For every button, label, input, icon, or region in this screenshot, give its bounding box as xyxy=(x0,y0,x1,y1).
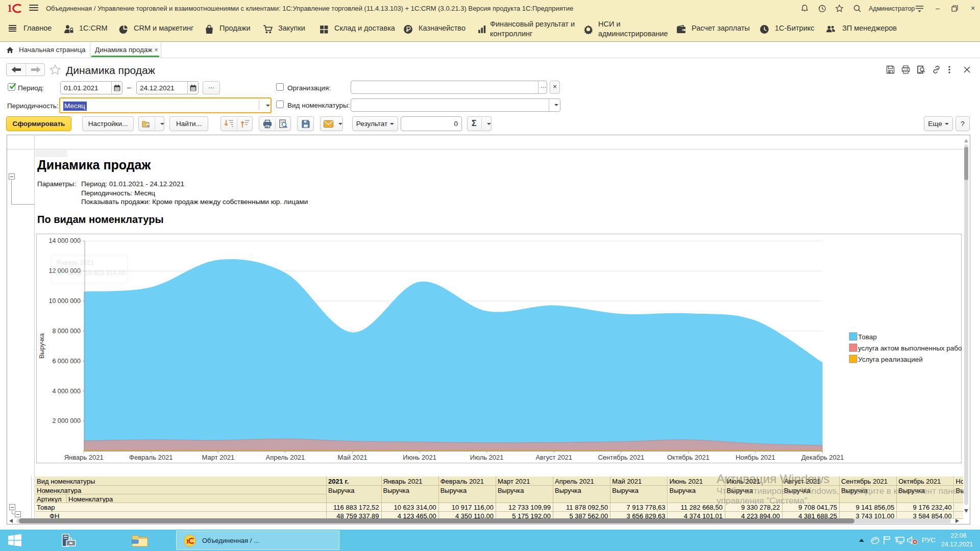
scroll-right-icon[interactable] xyxy=(955,519,959,523)
result-dropdown-button[interactable]: Результат xyxy=(352,116,398,131)
history-icon[interactable] xyxy=(818,4,826,13)
table-header-month-measure[interactable]: Выручка xyxy=(553,486,610,503)
send-mail-button[interactable] xyxy=(320,116,343,131)
generate-button[interactable]: Сформировать xyxy=(6,116,71,131)
table-cell-month-value[interactable]: 7 913 778,63 xyxy=(610,503,668,512)
table-header-artikul[interactable]: Артикул xyxy=(35,494,67,503)
table-header-month[interactable]: Ноябрь 2021 xyxy=(954,477,964,486)
table-row-label[interactable]: ФН xyxy=(35,512,327,519)
favorites-star-icon[interactable] xyxy=(835,4,844,13)
combo-dropdown-icon[interactable] xyxy=(266,105,270,107)
search-icon[interactable] xyxy=(853,4,862,13)
nomenclature-type-checkbox[interactable] xyxy=(276,101,284,108)
table-header-month-measure[interactable]: Выручка xyxy=(382,486,439,503)
sort-descending-icon[interactable] xyxy=(224,119,234,129)
send-dropdown-icon[interactable] xyxy=(338,123,342,125)
table-header-month-measure[interactable]: Выручка xyxy=(610,486,668,503)
tray-language-indicator[interactable]: РУС xyxy=(922,536,936,544)
table-cell-year-value[interactable]: 48 759 337,89 xyxy=(327,512,382,519)
table-cell-month-value[interactable] xyxy=(954,503,964,512)
tray-action-center-flag-icon[interactable] xyxy=(883,536,891,545)
organization-clear-button[interactable]: × xyxy=(550,81,560,94)
functions-menu-icon[interactable] xyxy=(9,25,16,33)
sum-dropdown-icon[interactable] xyxy=(487,123,491,125)
tray-volume-muted-icon[interactable] xyxy=(907,536,918,545)
table-cell-month-value[interactable]: 3 743 101,00 xyxy=(840,512,897,519)
tray-clock-time[interactable]: 22:06 xyxy=(942,532,975,539)
tray-clock-date[interactable]: 24.12.2021 xyxy=(938,541,976,548)
tab-home[interactable]: Начальная страница xyxy=(19,46,86,54)
table-header-month[interactable]: Октябрь 2021 xyxy=(897,477,954,486)
find-button[interactable]: Найти... xyxy=(169,116,208,131)
notifications-bell-icon[interactable] xyxy=(800,4,809,13)
table-cell-month-value[interactable]: 4 223 894,00 xyxy=(725,512,782,519)
tab-sales-dynamics[interactable]: Динамика продаж xyxy=(95,46,152,54)
collapse-fn-button[interactable] xyxy=(15,511,21,517)
table-cell-month-value[interactable]: 4 123 465,00 xyxy=(382,512,439,519)
table-cell-month-value[interactable]: 9 176 232,40 xyxy=(897,503,954,512)
calendar-icon[interactable] xyxy=(114,85,120,91)
close-button[interactable]: × xyxy=(969,5,976,12)
save-result-button[interactable] xyxy=(297,116,314,131)
table-header-month[interactable]: Февраль 2021 xyxy=(439,477,496,486)
table-header-month-measure[interactable]: Выручка xyxy=(496,486,553,503)
calendar-icon[interactable] xyxy=(190,85,197,91)
table-cell-month-value[interactable]: 12 733 109,99 xyxy=(496,503,553,512)
more-button[interactable]: Еще xyxy=(924,116,953,131)
selected-cell[interactable] xyxy=(35,150,67,157)
tray-utility-icon[interactable] xyxy=(871,537,879,544)
organization-select-icon[interactable]: ... xyxy=(541,82,546,89)
table-header-month[interactable]: Май 2021 xyxy=(610,477,668,486)
help-button[interactable]: ? xyxy=(955,116,970,131)
favorite-star-toggle[interactable] xyxy=(50,64,61,75)
table-header-month[interactable]: Апрель 2021 xyxy=(553,477,610,486)
current-user[interactable]: Администратор xyxy=(869,5,915,12)
table-header-nomenklatura[interactable]: Номенклатура xyxy=(35,486,327,494)
periodicity-combo[interactable]: Месяц xyxy=(59,97,272,113)
vertical-scrollbar[interactable] xyxy=(964,144,968,505)
print-icon[interactable] xyxy=(901,65,910,74)
tray-expand-icon[interactable] xyxy=(859,539,864,542)
collapse-group-button[interactable] xyxy=(9,173,15,180)
settings-button[interactable]: Настройки... xyxy=(82,116,134,131)
input-dropdown-icon[interactable] xyxy=(554,104,558,106)
back-button[interactable] xyxy=(11,66,21,73)
taskbar-app-button[interactable]: 1 Объединенная / ... xyxy=(176,531,339,550)
user-settings-icon[interactable] xyxy=(915,4,924,13)
toolbar-print-icon[interactable] xyxy=(263,119,272,129)
table-cell-month-value[interactable]: 4 381 688,25 xyxy=(782,512,840,519)
vertical-scrollbar-thumb[interactable] xyxy=(964,147,968,180)
period-checkbox[interactable] xyxy=(8,83,15,91)
table-cell-month-value[interactable]: 10 917 116,00 xyxy=(439,503,496,512)
table-cell-year-value[interactable]: 116 883 172,52 xyxy=(327,503,382,512)
main-menu-icon[interactable] xyxy=(29,5,38,12)
table-cell-month-value[interactable]: 5 175 192,00 xyxy=(496,512,553,519)
tab-close-icon[interactable]: × xyxy=(153,46,160,54)
organization-input[interactable]: ... xyxy=(351,81,547,94)
get-link-icon[interactable] xyxy=(932,65,941,74)
file-explorer-icon[interactable] xyxy=(132,534,148,547)
nomenclature-type-input[interactable] xyxy=(351,98,560,112)
table-header-month[interactable]: Март 2021 xyxy=(496,477,553,486)
sort-ascending-icon[interactable] xyxy=(240,119,250,129)
sum-button[interactable]: Σ xyxy=(467,116,492,131)
period-variants-button[interactable]: ... xyxy=(203,81,220,94)
close-report-icon[interactable] xyxy=(963,65,971,74)
table-row-label[interactable]: Товар xyxy=(35,503,327,512)
horizontal-scrollbar-thumb[interactable] xyxy=(19,518,854,523)
table-cell-month-value[interactable] xyxy=(954,512,964,519)
minimize-button[interactable]: – xyxy=(934,5,941,12)
table-cell-month-value[interactable]: 3 584 854,00 xyxy=(897,512,954,519)
table-cell-month-value[interactable]: 11 878 092,50 xyxy=(553,503,610,512)
table-header-sub-nomenklatura[interactable]: Номенклатура xyxy=(67,494,327,503)
organization-checkbox[interactable] xyxy=(276,83,284,91)
table-header-month[interactable]: Сентябрь 2021 xyxy=(840,477,897,486)
toolbar-preview-icon[interactable] xyxy=(279,119,288,129)
server-manager-icon[interactable] xyxy=(61,533,77,547)
save-icon[interactable] xyxy=(886,65,895,74)
variants-dropdown-icon[interactable] xyxy=(160,123,164,125)
table-cell-month-value[interactable]: 9 141 856,05 xyxy=(840,503,897,512)
counter-field[interactable]: 0 xyxy=(401,116,462,131)
print-preview-icon[interactable] xyxy=(917,65,925,74)
table-header-month-measure[interactable]: Выручка xyxy=(439,486,496,503)
